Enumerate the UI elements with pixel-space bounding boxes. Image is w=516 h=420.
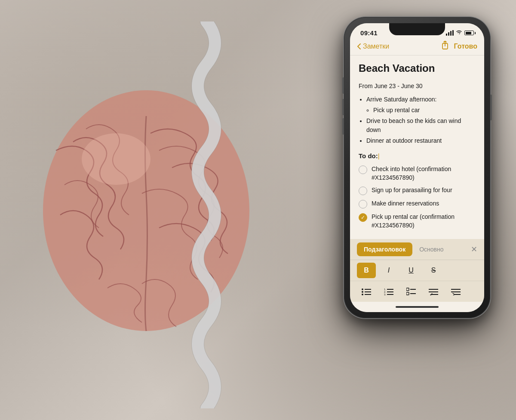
signal-bar-2 <box>448 32 449 36</box>
todo-checkbox-2[interactable] <box>359 187 367 195</box>
todo-text-3: Make dinner reservations <box>372 199 476 208</box>
svg-point-5 <box>362 291 363 293</box>
share-button[interactable] <box>441 41 449 52</box>
signal-bars-icon <box>446 31 454 36</box>
notes-content[interactable]: Beach Vacation From June 23 - June 30 Ar… <box>350 55 484 239</box>
svg-point-7 <box>362 294 363 295</box>
heading-button[interactable]: Подзаголовок <box>357 242 412 256</box>
ordered-list-button[interactable]: 1.2.3. <box>379 284 398 299</box>
note-title: Beach Vacation <box>359 62 476 75</box>
phone: 09:41 <box>344 17 490 318</box>
underline-button[interactable]: U <box>402 263 421 278</box>
status-time: 09:41 <box>360 29 378 37</box>
indent-decrease-button[interactable] <box>424 284 443 299</box>
battery-fill <box>466 32 472 34</box>
signal-bar-1 <box>446 34 447 36</box>
home-bar <box>350 302 484 312</box>
status-icons <box>446 30 474 36</box>
bullet-item-1: Arrive Saturday afternoon: Pick up renta… <box>366 95 476 115</box>
nav-bar: Заметки Готово <box>350 39 484 55</box>
todo-item-1: Check into hotel (confirmation #X1234567… <box>359 165 476 182</box>
todo-checkbox-1[interactable] <box>359 166 367 174</box>
svg-rect-17 <box>406 292 409 295</box>
format-close-button[interactable]: ✕ <box>471 245 477 254</box>
indent-increase-button[interactable] <box>446 284 465 299</box>
nav-actions: Готово <box>441 41 477 52</box>
format-style-row: B I U S <box>350 260 484 281</box>
bold-button[interactable]: B <box>357 263 376 278</box>
todo-item-3: Make dinner reservations <box>359 199 476 208</box>
todo-cursor: | <box>378 152 380 159</box>
svg-point-3 <box>362 288 363 290</box>
battery-icon <box>464 31 474 35</box>
svg-rect-15 <box>406 288 409 291</box>
strikethrough-button[interactable]: S <box>424 263 443 278</box>
date-range: From June 23 - June 30 <box>359 82 476 91</box>
done-button[interactable]: Готово <box>454 43 477 50</box>
todo-text-1: Check into hotel (confirmation #X1234567… <box>372 165 476 182</box>
signal-bar-3 <box>450 31 452 36</box>
todo-item-4: ✓ Pick up rental car (confirmation #X123… <box>359 213 476 230</box>
unordered-list-button[interactable] <box>357 284 376 299</box>
phone-screen: 09:41 <box>350 23 484 312</box>
home-indicator <box>396 306 439 308</box>
phone-notch <box>389 23 445 35</box>
format-toolbar: Подзаголовок Основно ✕ B I U S 1.2.3. <box>350 239 484 302</box>
todo-text-2: Sign up for parasailing for four <box>372 186 476 195</box>
todo-checkbox-3[interactable] <box>359 200 367 208</box>
todo-text-4: Pick up rental car (confirmation #X12345… <box>372 213 476 230</box>
bullet-item-3: Dinner at outdoor restaurant <box>366 136 476 145</box>
todo-title: To do:| <box>359 151 476 161</box>
back-button[interactable]: Заметки <box>357 43 389 50</box>
sub-bullet-list: Pick up rental car <box>366 106 476 115</box>
bullet-item-2: Drive to beach so the kids can wind down <box>366 116 476 135</box>
notes-body: From June 23 - June 30 Arrive Saturday a… <box>359 82 476 230</box>
sub-bullet-item-1: Pick up rental car <box>373 106 476 115</box>
italic-button[interactable]: I <box>379 263 398 278</box>
bullet-list: Arrive Saturday afternoon: Pick up renta… <box>359 95 476 145</box>
phone-frame: 09:41 <box>344 17 490 318</box>
format-list-row: 1.2.3. <box>350 281 484 302</box>
signal-bar-4 <box>452 30 454 36</box>
checklist-button[interactable] <box>402 284 421 299</box>
wifi-icon <box>456 30 462 36</box>
svg-text:3.: 3. <box>384 293 386 295</box>
body-button[interactable]: Основно <box>416 242 447 256</box>
todo-list: Check into hotel (confirmation #X1234567… <box>359 165 476 230</box>
ribbon-decoration <box>86 21 344 408</box>
back-label: Заметки <box>363 43 389 50</box>
todo-item-2: Sign up for parasailing for four <box>359 186 476 195</box>
todo-checkbox-4[interactable]: ✓ <box>359 213 367 222</box>
format-top-row: Подзаголовок Основно ✕ <box>350 239 484 260</box>
